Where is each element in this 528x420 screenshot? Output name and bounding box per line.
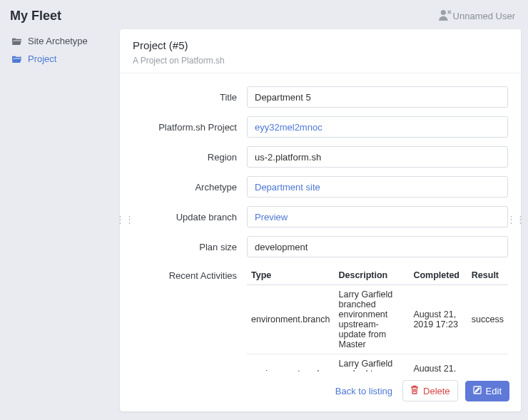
sidebar-item-site-archetype[interactable]: Site Archetype [9,32,111,50]
field-label: Platform.sh Project [133,122,247,133]
page-title: Project (#5) [133,39,508,51]
user-icon [439,9,452,23]
field-region: Region us-2.platform.sh [133,146,508,168]
field-value-plan-size[interactable]: development [247,236,508,257]
field-label: Recent Activities [133,266,247,281]
sidebar-item-project[interactable]: Project [9,50,111,68]
field-value-archetype[interactable]: Department site [247,176,508,198]
user-chip[interactable]: Unnamed User [439,9,515,23]
edit-label: Edit [486,386,502,396]
field-value-title[interactable]: Department 5 [247,86,508,108]
field-title: Title Department 5 [133,86,508,108]
field-label: Title [133,92,247,103]
field-label: Region [133,152,247,163]
col-type: Type [247,266,334,285]
field-label: Plan size [133,242,247,252]
delete-button[interactable]: Delete [402,380,458,401]
field-update-branch: Update branch Preview [133,206,508,227]
field-value-update-branch[interactable]: Preview [247,206,508,227]
card-body: Title Department 5 Platform.sh Project e… [120,73,521,372]
edit-icon [473,386,482,396]
archetype-link[interactable]: Department site [255,182,320,193]
app-title: My Fleet [10,9,61,24]
cell-completed: August 21, 2019 17:23 [409,285,467,354]
field-value-region[interactable]: us-2.platform.sh [247,146,508,168]
folder-open-icon [11,54,22,63]
card-header: Project (#5) A Project on Platform.sh [120,29,521,73]
activities-table: Type Description Completed Result enviro… [247,266,508,372]
field-label: Update branch [133,212,247,222]
trash-icon [410,385,419,396]
cell-result: success [467,354,508,372]
sidebar: Site Archetype Project [7,29,113,411]
delete-label: Delete [423,386,450,396]
sidebar-item-label: Site Archetype [28,36,88,46]
field-recent-activities: Recent Activities Type Description Compl… [133,266,508,372]
cell-type: environment.push [247,354,334,372]
svg-point-0 [440,10,445,15]
page-subtitle: A Project on Platform.sh [133,56,508,66]
table-row: environment.push Larry Garfield pushed t… [247,354,508,372]
activities-scroll[interactable]: Type Description Completed Result enviro… [247,266,508,372]
cell-description: Larry Garfield branched environment upst… [334,285,409,354]
col-completed: Completed [409,266,467,285]
cell-type: environment.branch [247,285,334,354]
drag-handle-icon[interactable]: ⋮⋮ [116,214,134,225]
cell-description: Larry Garfield pushed to Master [334,354,409,372]
topbar: My Fleet Unnamed User [0,0,528,29]
table-row: environment.branch Larry Garfield branch… [247,285,508,354]
card-footer: Back to listing Delete Edit [120,372,521,411]
update-branch-link[interactable]: Preview [255,212,288,222]
user-name: Unnamed User [453,11,515,21]
field-archetype: Archetype Department site [133,176,508,198]
col-description: Description [334,266,409,285]
cell-completed: August 21, 2019 17:09 [409,354,467,372]
detail-card: Project (#5) A Project on Platform.sh Ti… [120,29,521,411]
platform-project-link[interactable]: eyy32mel2mnoc [255,122,323,133]
folder-open-icon [11,36,22,46]
field-platform-project: Platform.sh Project eyy32mel2mnoc [133,116,508,138]
col-result: Result [467,266,508,285]
back-to-listing-link[interactable]: Back to listing [335,386,392,396]
field-label: Archetype [133,182,247,193]
field-plan-size: Plan size development [133,236,508,257]
edit-button[interactable]: Edit [465,381,509,401]
cell-result: success [467,285,508,354]
field-value-platform-project[interactable]: eyy32mel2mnoc [247,116,508,138]
sidebar-item-label: Project [28,53,56,64]
drag-handle-icon[interactable]: ⋮⋮ [507,214,525,225]
